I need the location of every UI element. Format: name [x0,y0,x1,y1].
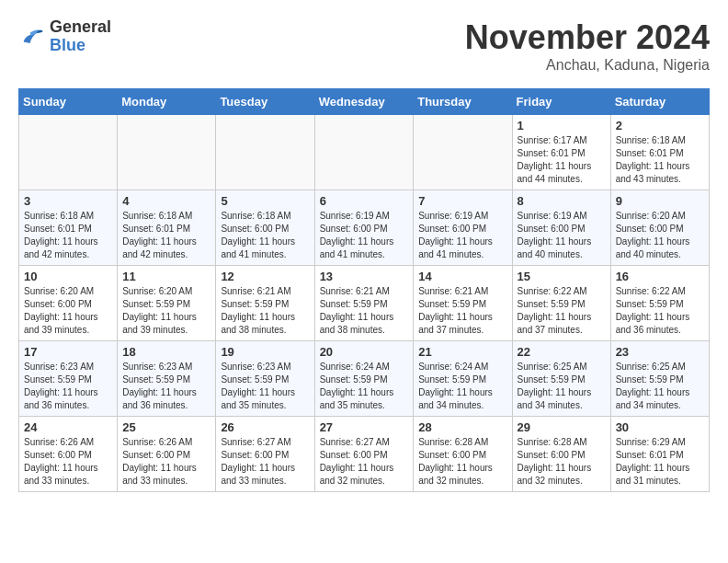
calendar-cell: 6Sunrise: 6:19 AM Sunset: 6:00 PM Daylig… [314,190,414,266]
day-number: 30 [616,420,704,434]
cell-info: Sunrise: 6:21 AM Sunset: 5:59 PM Dayligh… [418,285,506,337]
cell-info: Sunrise: 6:28 AM Sunset: 6:00 PM Dayligh… [518,436,606,488]
location: Anchau, Kaduna, Nigeria [465,57,710,74]
day-number: 26 [221,420,309,434]
day-number: 14 [418,270,506,283]
calendar-cell [414,115,512,190]
weekday-header: Friday [512,89,610,115]
day-number: 2 [616,119,704,132]
calendar-cell: 14Sunrise: 6:21 AM Sunset: 5:59 PM Dayli… [414,266,512,341]
day-number: 16 [616,270,704,283]
calendar-cell [216,115,314,190]
weekday-header: Tuesday [216,89,314,115]
day-number: 19 [221,345,309,359]
weekday-header: Monday [118,89,216,115]
calendar-cell: 5Sunrise: 6:18 AM Sunset: 6:00 PM Daylig… [216,190,314,266]
calendar-cell: 24Sunrise: 6:26 AM Sunset: 6:00 PM Dayli… [19,417,118,492]
calendar-cell: 19Sunrise: 6:23 AM Sunset: 5:59 PM Dayli… [216,341,314,417]
weekday-header: Saturday [610,89,709,115]
cell-info: Sunrise: 6:20 AM Sunset: 5:59 PM Dayligh… [122,285,210,337]
logo-blue: Blue [50,37,111,55]
day-number: 1 [518,119,606,132]
calendar-cell: 22Sunrise: 6:25 AM Sunset: 5:59 PM Dayli… [512,341,610,417]
cell-info: Sunrise: 6:23 AM Sunset: 5:59 PM Dayligh… [122,361,210,412]
day-number: 9 [616,194,704,208]
calendar-cell: 21Sunrise: 6:24 AM Sunset: 5:59 PM Dayli… [414,341,512,417]
cell-info: Sunrise: 6:27 AM Sunset: 6:00 PM Dayligh… [320,436,409,488]
calendar-cell: 16Sunrise: 6:22 AM Sunset: 5:59 PM Dayli… [610,266,709,341]
day-number: 25 [122,420,210,434]
day-number: 4 [122,194,210,208]
day-number: 24 [24,420,112,434]
calendar-cell: 4Sunrise: 6:18 AM Sunset: 6:01 PM Daylig… [118,190,216,266]
calendar-cell: 23Sunrise: 6:25 AM Sunset: 5:59 PM Dayli… [610,341,709,417]
logo-text: General Blue [50,18,111,55]
day-number: 27 [320,420,409,434]
day-number: 17 [24,345,112,359]
day-number: 22 [518,345,606,359]
cell-info: Sunrise: 6:19 AM Sunset: 6:00 PM Dayligh… [418,210,506,261]
calendar-week-row: 24Sunrise: 6:26 AM Sunset: 6:00 PM Dayli… [19,417,710,492]
cell-info: Sunrise: 6:25 AM Sunset: 5:59 PM Dayligh… [616,361,704,412]
weekday-header: Wednesday [314,89,414,115]
day-number: 15 [518,270,606,283]
calendar-cell: 18Sunrise: 6:23 AM Sunset: 5:59 PM Dayli… [118,341,216,417]
day-number: 13 [320,270,409,283]
cell-info: Sunrise: 6:25 AM Sunset: 5:59 PM Dayligh… [518,361,606,412]
day-number: 10 [24,270,112,283]
weekday-header: Thursday [414,89,512,115]
calendar-cell: 11Sunrise: 6:20 AM Sunset: 5:59 PM Dayli… [118,266,216,341]
calendar-cell: 27Sunrise: 6:27 AM Sunset: 6:00 PM Dayli… [314,417,414,492]
cell-info: Sunrise: 6:24 AM Sunset: 5:59 PM Dayligh… [418,361,506,412]
calendar-week-row: 17Sunrise: 6:23 AM Sunset: 5:59 PM Dayli… [19,341,710,417]
weekday-header: Sunday [19,89,118,115]
cell-info: Sunrise: 6:19 AM Sunset: 6:00 PM Dayligh… [518,210,606,261]
cell-info: Sunrise: 6:26 AM Sunset: 6:00 PM Dayligh… [24,436,112,488]
cell-info: Sunrise: 6:29 AM Sunset: 6:01 PM Dayligh… [616,436,704,488]
day-number: 18 [122,345,210,359]
calendar-header-row: SundayMondayTuesdayWednesdayThursdayFrid… [19,89,710,115]
calendar-cell: 26Sunrise: 6:27 AM Sunset: 6:00 PM Dayli… [216,417,314,492]
cell-info: Sunrise: 6:21 AM Sunset: 5:59 PM Dayligh… [221,285,309,337]
logo-general: General [50,18,111,37]
cell-info: Sunrise: 6:18 AM Sunset: 6:01 PM Dayligh… [24,210,112,261]
cell-info: Sunrise: 6:20 AM Sunset: 6:00 PM Dayligh… [616,210,704,261]
calendar-cell: 2Sunrise: 6:18 AM Sunset: 6:01 PM Daylig… [610,115,709,190]
day-number: 28 [418,420,506,434]
calendar-table: SundayMondayTuesdayWednesdayThursdayFrid… [18,88,710,492]
calendar-cell: 30Sunrise: 6:29 AM Sunset: 6:01 PM Dayli… [610,417,709,492]
calendar-cell [118,115,216,190]
calendar-week-row: 10Sunrise: 6:20 AM Sunset: 6:00 PM Dayli… [19,266,710,341]
calendar-cell: 15Sunrise: 6:22 AM Sunset: 5:59 PM Dayli… [512,266,610,341]
calendar-cell: 25Sunrise: 6:26 AM Sunset: 6:00 PM Dayli… [118,417,216,492]
day-number: 5 [221,194,309,208]
cell-info: Sunrise: 6:19 AM Sunset: 6:00 PM Dayligh… [320,210,409,261]
day-number: 3 [24,194,112,208]
logo-bird-icon [18,24,44,50]
day-number: 29 [518,420,606,434]
calendar-week-row: 3Sunrise: 6:18 AM Sunset: 6:01 PM Daylig… [19,190,710,266]
calendar-cell: 8Sunrise: 6:19 AM Sunset: 6:00 PM Daylig… [512,190,610,266]
day-number: 6 [320,194,409,208]
cell-info: Sunrise: 6:20 AM Sunset: 6:00 PM Dayligh… [24,285,112,337]
cell-info: Sunrise: 6:23 AM Sunset: 5:59 PM Dayligh… [221,361,309,412]
month-title: November 2024 [465,18,710,57]
calendar-cell: 20Sunrise: 6:24 AM Sunset: 5:59 PM Dayli… [314,341,414,417]
calendar-cell: 12Sunrise: 6:21 AM Sunset: 5:59 PM Dayli… [216,266,314,341]
calendar-cell: 13Sunrise: 6:21 AM Sunset: 5:59 PM Dayli… [314,266,414,341]
cell-info: Sunrise: 6:17 AM Sunset: 6:01 PM Dayligh… [518,134,606,186]
calendar-cell: 7Sunrise: 6:19 AM Sunset: 6:00 PM Daylig… [414,190,512,266]
day-number: 20 [320,345,409,359]
day-number: 12 [221,270,309,283]
calendar-cell: 17Sunrise: 6:23 AM Sunset: 5:59 PM Dayli… [19,341,118,417]
title-area: November 2024 Anchau, Kaduna, Nigeria [465,18,710,74]
cell-info: Sunrise: 6:23 AM Sunset: 5:59 PM Dayligh… [24,361,112,412]
cell-info: Sunrise: 6:26 AM Sunset: 6:00 PM Dayligh… [122,436,210,488]
day-number: 23 [616,345,704,359]
cell-info: Sunrise: 6:18 AM Sunset: 6:00 PM Dayligh… [221,210,309,261]
day-number: 7 [418,194,506,208]
calendar-cell: 9Sunrise: 6:20 AM Sunset: 6:00 PM Daylig… [610,190,709,266]
day-number: 11 [122,270,210,283]
calendar-cell [19,115,118,190]
calendar-cell: 3Sunrise: 6:18 AM Sunset: 6:01 PM Daylig… [19,190,118,266]
